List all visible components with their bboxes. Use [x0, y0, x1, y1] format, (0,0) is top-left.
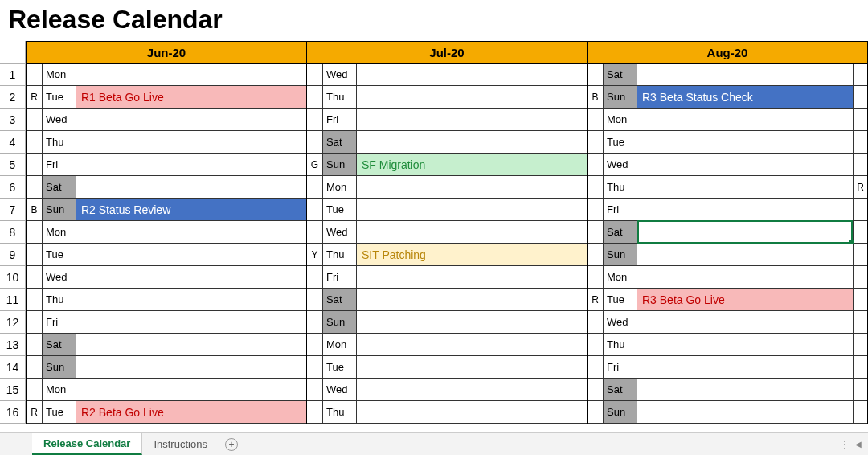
day-of-week-cell[interactable]: Sat — [604, 64, 637, 85]
event-cell[interactable] — [76, 334, 306, 355]
event-cell[interactable] — [357, 64, 587, 85]
day-of-week-cell[interactable]: Fri — [604, 199, 637, 220]
day-of-week-cell[interactable]: Wed — [323, 221, 357, 243]
day-of-week-cell[interactable]: Thu — [43, 131, 76, 153]
day-of-week-cell[interactable]: Thu — [323, 244, 357, 265]
calendar-row[interactable]: Thu — [588, 334, 867, 356]
event-cell[interactable] — [637, 131, 853, 153]
row-tag-cell[interactable] — [588, 401, 604, 423]
calendar-row[interactable]: Tue — [307, 199, 587, 221]
event-cell[interactable] — [637, 199, 853, 220]
calendar-row[interactable]: Wed — [588, 311, 867, 334]
event-cell[interactable] — [357, 334, 587, 355]
row-number[interactable]: 4 — [0, 131, 25, 154]
event-cell[interactable] — [357, 176, 587, 198]
row-tag-cell[interactable] — [27, 64, 43, 85]
calendar-row[interactable]: Sat — [307, 289, 587, 311]
day-of-week-cell[interactable]: Fri — [323, 109, 357, 130]
row-number[interactable]: 15 — [0, 379, 25, 401]
calendar-row[interactable]: RTueR3 Beta Go Live — [588, 289, 867, 311]
row-tag-cell[interactable] — [307, 379, 323, 400]
calendar-row[interactable]: Mon — [307, 176, 587, 199]
calendar-row[interactable]: Thu — [27, 131, 306, 154]
tab-release-calendar[interactable]: Release Calendar — [32, 433, 142, 455]
trailing-cell[interactable]: R — [853, 176, 867, 198]
row-tag-cell[interactable] — [588, 356, 604, 378]
event-cell[interactable] — [637, 244, 853, 265]
event-cell[interactable]: R1 Beta Go Live — [76, 86, 306, 108]
day-of-week-cell[interactable]: Tue — [604, 131, 637, 153]
row-tag-cell[interactable] — [27, 176, 43, 198]
calendar-row[interactable]: Sun — [307, 311, 587, 334]
event-cell[interactable] — [357, 401, 587, 423]
row-tag-cell[interactable] — [588, 64, 604, 85]
row-tag-cell[interactable] — [588, 221, 604, 243]
event-cell[interactable] — [76, 356, 306, 378]
event-cell[interactable] — [76, 221, 306, 243]
event-cell[interactable] — [637, 109, 853, 130]
event-cell[interactable] — [76, 176, 306, 198]
event-cell[interactable] — [637, 356, 853, 378]
trailing-cell[interactable] — [853, 311, 867, 333]
day-of-week-cell[interactable]: Sat — [43, 176, 76, 198]
event-cell[interactable]: R3 Beta Go Live — [637, 289, 853, 310]
row-tag-cell[interactable] — [307, 289, 323, 310]
row-tag-cell[interactable] — [588, 154, 604, 175]
row-number[interactable]: 3 — [0, 109, 25, 131]
row-tag-cell[interactable] — [588, 244, 604, 265]
trailing-cell[interactable] — [853, 154, 867, 175]
day-of-week-cell[interactable]: Wed — [604, 154, 637, 175]
day-of-week-cell[interactable]: Sun — [604, 401, 637, 423]
row-number[interactable]: 2 — [0, 86, 25, 109]
event-cell[interactable] — [637, 221, 853, 243]
row-tag-cell[interactable] — [307, 131, 323, 153]
trailing-cell[interactable] — [853, 334, 867, 355]
row-tag-cell[interactable]: G — [307, 154, 323, 175]
calendar-row[interactable]: Sat — [588, 64, 867, 86]
day-of-week-cell[interactable]: Tue — [323, 199, 357, 220]
event-cell[interactable] — [357, 86, 587, 108]
calendar-row[interactable]: Fri — [27, 154, 306, 176]
row-tag-cell[interactable] — [27, 379, 43, 400]
calendar-row[interactable]: Fri — [27, 311, 306, 334]
day-of-week-cell[interactable]: Sun — [604, 244, 637, 265]
row-number[interactable]: 16 — [0, 401, 25, 424]
day-of-week-cell[interactable]: Mon — [43, 221, 76, 243]
row-tag-cell[interactable] — [307, 221, 323, 243]
trailing-cell[interactable] — [853, 109, 867, 130]
calendar-row[interactable]: GSunSF Migration — [307, 154, 587, 176]
day-of-week-cell[interactable]: Fri — [43, 311, 76, 333]
day-of-week-cell[interactable]: Mon — [323, 334, 357, 355]
row-number[interactable]: 11 — [0, 289, 25, 311]
calendar-row[interactable]: Tue — [27, 244, 306, 266]
event-cell[interactable] — [357, 109, 587, 130]
row-tag-cell[interactable] — [307, 64, 323, 85]
row-tag-cell[interactable] — [307, 311, 323, 333]
row-tag-cell[interactable] — [27, 154, 43, 175]
event-cell[interactable] — [76, 131, 306, 153]
event-cell[interactable] — [357, 356, 587, 378]
row-number[interactable]: 7 — [0, 199, 25, 221]
trailing-cell[interactable] — [853, 356, 867, 378]
calendar-row[interactable]: Sat — [588, 379, 867, 401]
day-of-week-cell[interactable]: Tue — [43, 244, 76, 265]
calendar-row[interactable]: Sun — [27, 356, 306, 379]
row-tag-cell[interactable] — [588, 199, 604, 220]
day-of-week-cell[interactable]: Mon — [323, 176, 357, 198]
row-tag-cell[interactable]: R — [588, 289, 604, 310]
trailing-cell[interactable] — [853, 266, 867, 288]
row-tag-cell[interactable] — [307, 86, 323, 108]
trailing-cell[interactable] — [853, 64, 867, 85]
row-tag-cell[interactable]: B — [27, 199, 43, 220]
trailing-cell[interactable] — [853, 379, 867, 400]
calendar-row[interactable]: Tue — [588, 131, 867, 154]
calendar-row[interactable]: Fri — [307, 266, 587, 289]
row-number[interactable]: 6 — [0, 176, 25, 199]
event-cell[interactable] — [357, 131, 587, 153]
row-tag-cell[interactable] — [588, 334, 604, 355]
calendar-row[interactable]: Sat — [307, 131, 587, 154]
day-of-week-cell[interactable]: Wed — [43, 109, 76, 130]
day-of-week-cell[interactable]: Wed — [323, 379, 357, 400]
row-tag-cell[interactable] — [588, 379, 604, 400]
event-cell[interactable] — [637, 311, 853, 333]
